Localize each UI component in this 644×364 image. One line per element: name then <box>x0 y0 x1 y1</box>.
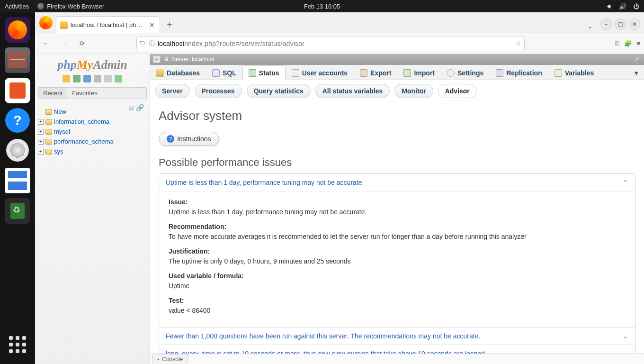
console-bar: ▪ Console <box>150 354 644 364</box>
back-button[interactable]: ← <box>39 36 53 51</box>
subtab-advisor[interactable]: Advisor <box>438 84 477 98</box>
tab-variables[interactable]: Variables <box>548 65 600 80</box>
link-icon[interactable]: 🔗 <box>136 104 144 111</box>
tab-strip: localhost / localhost | phpMyAdmin ✕ ＋ ⌄… <box>35 12 644 33</box>
active-app-indicator[interactable]: Firefox Web Browser <box>37 3 104 10</box>
status-subtabs: Server Processes Query statistics All st… <box>150 80 644 102</box>
window-maximize-button[interactable]: ▢ <box>615 18 626 30</box>
home-icon[interactable] <box>63 75 70 82</box>
url-bar[interactable]: 🛡 ⓘ localhost/index.php?route=/server/st… <box>136 36 525 51</box>
tab-user-accounts[interactable]: User accounts <box>286 65 354 80</box>
expand-icon[interactable]: + <box>38 129 44 135</box>
power-icon[interactable]: ⏻ <box>633 3 639 10</box>
gear-icon[interactable] <box>104 75 112 82</box>
pocket-icon[interactable]: ⌄⃝ <box>615 40 620 47</box>
tab-databases[interactable]: Databases <box>150 65 206 80</box>
hamburger-menu-icon[interactable]: ≡ <box>636 40 640 47</box>
chevron-down-icon: ⌄ <box>623 332 628 340</box>
tree-db[interactable]: + mysql <box>38 127 148 136</box>
tab-settings[interactable]: Settings <box>441 65 490 80</box>
firefox-icon <box>37 3 44 9</box>
extensions-icon[interactable]: 🧩 <box>624 40 632 47</box>
network-icon[interactable]: ⯁ <box>606 3 612 10</box>
collapse-sidebar-button[interactable]: ← <box>153 55 161 63</box>
tree-db[interactable]: + information_schema <box>38 117 148 127</box>
tree-new[interactable]: New <box>38 107 128 117</box>
pma-logo[interactable]: phpMyAdmin <box>35 58 150 72</box>
tab-close-icon[interactable]: ✕ <box>148 21 156 29</box>
forward-button[interactable]: → <box>57 36 71 51</box>
top-tabs: Databases SQL Status User accounts Expor… <box>150 65 644 80</box>
tab-import[interactable]: Import <box>397 65 441 80</box>
db-icon <box>45 149 52 155</box>
label-test: Test: <box>169 296 626 306</box>
reload-icon[interactable] <box>115 75 122 82</box>
reload-button[interactable]: ⟳ <box>75 36 89 51</box>
pma-sidebar: phpMyAdmin Recent Favorites ⊟ 🔗 <box>35 54 150 364</box>
instructions-button[interactable]: ? Instructions <box>159 132 219 146</box>
tabs-more-icon[interactable]: ▼ <box>628 67 644 80</box>
subtab-all-status-variables[interactable]: All status variables <box>315 84 390 98</box>
page-title: Advisor system <box>159 109 635 123</box>
issue-1-header[interactable]: Uptime is less than 1 day, performance t… <box>159 174 635 191</box>
window-close-button[interactable]: ✕ <box>629 18 640 30</box>
expand-icon[interactable]: + <box>38 149 44 155</box>
subtab-server[interactable]: Server <box>155 84 190 98</box>
dock-apps-grid[interactable] <box>5 332 30 357</box>
expand-icon[interactable]: + <box>38 119 44 125</box>
shield-icon: 🛡 <box>140 40 146 47</box>
settings-icon[interactable] <box>94 75 101 82</box>
breadcrumb-bar: ← 🖥 Server: localhost ⤢ <box>150 54 644 65</box>
subtab-query-statistics[interactable]: Query statistics <box>247 84 311 98</box>
activities-button[interactable]: Activities <box>5 3 29 10</box>
new-tab-button[interactable]: ＋ <box>162 17 177 32</box>
console-icon: ▪ <box>157 356 159 363</box>
tab-export[interactable]: Export <box>354 65 397 80</box>
tree-db[interactable]: + sys <box>38 146 148 156</box>
firefox-home-icon[interactable] <box>38 15 54 31</box>
sidebar-tabs: Recent Favorites <box>38 87 147 99</box>
tab-status[interactable]: Status <box>242 65 286 80</box>
bookmark-star-icon[interactable]: ☆ <box>516 40 521 47</box>
dock-files[interactable] <box>5 47 30 73</box>
gnome-top-bar: Activities Firefox Web Browser Feb 13 16… <box>0 0 644 12</box>
firefox-window: localhost / localhost | phpMyAdmin ✕ ＋ ⌄… <box>35 12 644 364</box>
expand-icon[interactable]: + <box>38 139 44 145</box>
sidebar-tab-recent[interactable]: Recent <box>38 88 67 99</box>
issue-2-header[interactable]: Fewer than 1,000 questions have been run… <box>159 327 635 345</box>
collapse-all-icon[interactable]: ⊟ <box>128 104 134 111</box>
tabs-dropdown-icon[interactable]: ⌄ <box>583 20 598 33</box>
window-minimize-button[interactable]: － <box>600 18 612 30</box>
docs-icon[interactable] <box>83 75 91 82</box>
db-icon <box>45 129 52 135</box>
dock-software[interactable] <box>5 78 30 103</box>
text-issue: Uptime is less than 1 day, performance t… <box>169 207 626 217</box>
issue-1-body: Issue: Uptime is less than 1 day, perfor… <box>159 191 635 327</box>
dock-disk[interactable] <box>5 137 30 163</box>
tab-replication[interactable]: Replication <box>490 65 548 80</box>
dock-help[interactable]: ? <box>5 108 30 133</box>
subtab-monitor[interactable]: Monitor <box>394 84 433 98</box>
server-icon: 🖥 <box>163 56 169 63</box>
text-test: value < 86400 <box>169 306 626 316</box>
browser-tab[interactable]: localhost / localhost | phpMyAdmin ✕ <box>56 16 160 33</box>
db-icon <box>45 109 52 115</box>
console-toggle[interactable]: ▪ Console <box>152 355 188 364</box>
clock[interactable]: Feb 13 16:05 <box>304 3 340 10</box>
label-issue: Issue: <box>169 197 626 207</box>
tree-db[interactable]: + performance_schema <box>38 136 148 146</box>
breadcrumb[interactable]: Server: localhost <box>172 56 214 63</box>
label-justification: Justification: <box>169 246 626 256</box>
dock-firefox[interactable] <box>5 17 30 43</box>
text-justification: The uptime is only 0 days, 0 hours, 9 mi… <box>169 256 626 266</box>
subtab-processes[interactable]: Processes <box>195 84 242 98</box>
sidebar-tab-favorites[interactable]: Favorites <box>67 88 102 99</box>
dock-trash[interactable] <box>5 198 30 224</box>
dock-text-editor[interactable] <box>5 168 30 193</box>
volume-icon[interactable]: 🔊 <box>619 3 626 10</box>
text-recommendation: To have more accurate averages it is rec… <box>169 232 626 242</box>
label-recommendation: Recommendation: <box>169 222 626 232</box>
tab-sql[interactable]: SQL <box>206 65 242 80</box>
expand-breadcrumb-icon[interactable]: ⤢ <box>635 56 641 63</box>
logout-icon[interactable] <box>73 75 80 82</box>
